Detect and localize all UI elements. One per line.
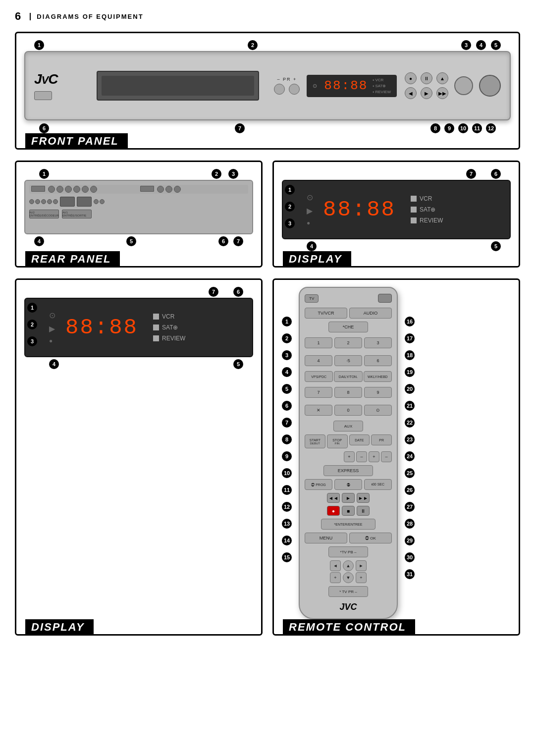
- rear-top-callouts: 1 2 3: [24, 169, 253, 180]
- remote-menu-row: MENU ⓵ OK: [305, 533, 392, 543]
- remote-jvc-logo: JVC: [305, 602, 392, 612]
- review-label: REVIEW: [420, 217, 443, 224]
- cross-btn[interactable]: ✕: [305, 405, 332, 416]
- tvpr-btn[interactable]: * TV PR –: [328, 586, 368, 597]
- rear-small-ports: [29, 199, 58, 204]
- menu-btn[interactable]: MENU: [305, 533, 347, 543]
- rear-av2-label: [31, 186, 45, 192]
- che-btn[interactable]: *CHE: [328, 322, 368, 332]
- daily-btn[interactable]: DAILY/TON.: [334, 371, 362, 382]
- left-btn[interactable]: ◄: [330, 560, 341, 571]
- pause-btn[interactable]: ⏸: [357, 506, 370, 516]
- aux-main-btn[interactable]: AUX: [333, 421, 363, 432]
- minus-btn-2[interactable]: –: [381, 451, 392, 462]
- plus-btn[interactable]: +: [344, 451, 355, 462]
- fp-callout-8: 8: [430, 123, 440, 133]
- num-4-btn[interactable]: 4: [305, 355, 332, 366]
- remote-num-grid-3: 7 8 9: [305, 387, 392, 398]
- lower-review-square: [153, 335, 159, 341]
- stop-label: STOP: [332, 438, 342, 442]
- lower-disp-sat: SAT⊕: [153, 324, 185, 331]
- rear-bottom-callouts: 4 5 6 7: [24, 234, 253, 246]
- down-btn[interactable]: ▼: [343, 572, 354, 583]
- remote-left-7: 7: [282, 418, 292, 428]
- tv-btn[interactable]: TV: [305, 294, 319, 303]
- aux-btn[interactable]: ⊙: [364, 405, 392, 416]
- minus-btn[interactable]: –: [356, 451, 367, 462]
- start-btn[interactable]: STARTDEBUT: [305, 434, 325, 448]
- num-6-btn[interactable]: 6: [364, 355, 392, 366]
- num-9-btn[interactable]: 9: [364, 387, 392, 398]
- remote-left-9: 9: [282, 451, 292, 461]
- rw-btn[interactable]: ◄◄: [327, 493, 340, 503]
- disp-sat-indicator: SAT⊕: [411, 206, 443, 213]
- t-btn-3[interactable]: ▶▶: [436, 87, 448, 99]
- power-btn[interactable]: [378, 294, 392, 303]
- vcr-right-section: ● ⏸ ▲ ◀ ▶ ▶▶: [405, 72, 501, 99]
- fp-callout-6: 6: [39, 123, 49, 133]
- stop-btn[interactable]: STOPFIN: [327, 434, 348, 448]
- tvpb-btn[interactable]: *TV PB –: [328, 546, 368, 557]
- vcr-indicator-vcr: ▪ VCR: [373, 78, 391, 82]
- pr-btn[interactable]: PR: [371, 434, 392, 445]
- date-btn[interactable]: DATE: [349, 434, 370, 445]
- rec-btn[interactable]: ●: [327, 506, 340, 516]
- vol-plus[interactable]: +: [330, 572, 341, 583]
- enter-btn[interactable]: *ENTER/ENTREE: [321, 519, 375, 530]
- prog-btn[interactable]: ⓵ PROG: [305, 479, 332, 490]
- fp-callout-9: 9: [444, 123, 454, 133]
- lower-disp-callout-2: 2: [27, 320, 37, 329]
- pr-plus-btn[interactable]: [289, 84, 300, 95]
- num-1-btn[interactable]: 1: [305, 337, 332, 348]
- eject-button[interactable]: [454, 76, 473, 95]
- transport-group: ● ⏸ ▲ ◀ ▶ ▶▶: [405, 72, 448, 99]
- sec30-btn[interactable]: ⓶: [334, 479, 362, 490]
- rear-av1-label: [140, 186, 154, 192]
- pr-buttons: [274, 84, 300, 95]
- express-btn[interactable]: EXPRESS: [323, 465, 373, 476]
- audio-btn[interactable]: AUDIO: [349, 308, 392, 319]
- vcr-front-device: JVC – PR + ⊙: [24, 51, 511, 120]
- ff-btn[interactable]: ►►: [357, 493, 370, 503]
- t-btn-2[interactable]: ▶: [421, 87, 432, 99]
- weekly-btn[interactable]: WKLY/HEBD: [364, 371, 392, 382]
- fp-callout-7: 7: [235, 123, 245, 133]
- vol-minus[interactable]: +: [356, 572, 367, 583]
- power-button[interactable]: [34, 91, 52, 100]
- num-8-btn[interactable]: 8: [334, 387, 362, 398]
- remote-row-che: *CHE: [305, 322, 392, 332]
- remote-prog-row: STARTDEBUT STOPFIN DATE PR: [305, 434, 392, 448]
- vps-btn[interactable]: VPS/PDC: [305, 371, 333, 382]
- pr-minus-btn[interactable]: [274, 84, 285, 95]
- num-2-btn[interactable]: 2: [334, 337, 362, 348]
- num-7-btn[interactable]: 7: [305, 387, 332, 398]
- remote-right-23: 23: [405, 434, 415, 444]
- play-btn[interactable]: ►: [342, 493, 355, 503]
- plus-btn-2[interactable]: +: [369, 451, 379, 462]
- sec30b-btn[interactable]: 𝄿𝄿𝄿 30 SEC: [364, 479, 392, 490]
- num-0-btn[interactable]: 0: [334, 405, 362, 416]
- up-btn[interactable]: ▲: [343, 560, 354, 571]
- vcr-display-area: ⊙ 88:88 ▪ VCR ▪ SAT⊕ ▪ REVIEW: [307, 75, 397, 97]
- num-3-btn[interactable]: 3: [364, 337, 392, 348]
- remote-left-10: 10: [282, 468, 292, 478]
- rear-mini-port-1: [29, 199, 34, 204]
- rear-callout-5: 5: [126, 236, 136, 246]
- tvvcr-btn[interactable]: TV/VCR: [305, 308, 347, 319]
- rear-ports-1: [48, 186, 137, 193]
- num-5-btn[interactable]: ·5: [334, 355, 362, 366]
- right-btn[interactable]: ►: [356, 560, 367, 571]
- disp-review-indicator: REVIEW: [411, 217, 443, 224]
- rear-callout-6: 6: [218, 236, 228, 246]
- stop2-btn[interactable]: ■: [342, 506, 355, 516]
- remote-left-6: 6: [282, 401, 292, 411]
- remote-section: 1 2 3 4 5 6 7 8 9 10 11 12 13 14 15: [272, 278, 520, 636]
- lower-display-icons: ⊙ ▶ ●: [49, 311, 55, 344]
- pr-label: – PR +: [277, 77, 297, 82]
- lower-disp-callout-3: 3: [27, 336, 37, 346]
- remote-nav-row-1: ◄ ▲ ►: [330, 560, 367, 571]
- ok-btn[interactable]: ⓵ OK: [349, 533, 392, 543]
- t-btn-1[interactable]: ◀: [405, 87, 417, 99]
- channel-dial[interactable]: [479, 75, 501, 97]
- disp-callout-1: 1: [285, 185, 295, 195]
